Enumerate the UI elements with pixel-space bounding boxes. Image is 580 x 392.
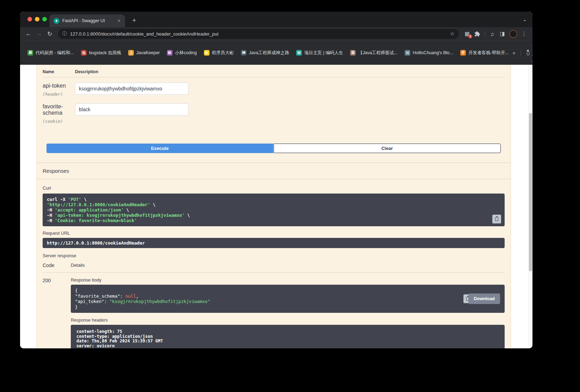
bookmarks-list: 厨代码厨房 - 编程和...虫bugstack 虫洞栈JJavaKeeper林小…: [24, 49, 512, 57]
bookmark-favicon: 面: [350, 50, 356, 56]
all-bookmarks-label: 所有书签: [532, 41, 532, 65]
clipboard-icon: [495, 217, 498, 221]
toolbar-separator: [485, 31, 485, 37]
scrollbar-thumb[interactable]: [529, 113, 532, 271]
bookmark-item[interactable]: 厨代码厨房 - 编程和...: [24, 49, 77, 57]
browser-menu-icon[interactable]: ⋮: [519, 29, 529, 39]
bookmark-item[interactable]: 开开发者客栈-帮助开...: [457, 49, 512, 57]
bookmark-favicon: 开: [460, 50, 466, 56]
code-token: null: [125, 293, 136, 299]
tab-close-icon[interactable]: ×: [117, 18, 121, 24]
code-token: curl -X: [47, 197, 68, 202]
response-headers-label: Response headers: [71, 318, 505, 323]
code-line: "favorite_schema": null,: [75, 293, 500, 299]
bookmark-favicon: W: [296, 50, 302, 56]
bookmarks-right: » │ 所有书签: [513, 41, 532, 65]
execute-row: Execute Clear: [46, 144, 501, 153]
request-url-value: http://127.0.0.1:8000/cookieAndHeader: [43, 238, 505, 248]
code-token: \: [124, 207, 129, 213]
code-line: {: [75, 288, 500, 293]
bookmark-star-icon[interactable]: ☆: [450, 31, 455, 37]
new-tab-button[interactable]: +: [129, 16, 139, 25]
curl-code-lines: curl -X 'PUT' \ 'http://127.0.0.1:8000/c…: [47, 197, 500, 223]
response-header-line: content-length: 75: [76, 329, 499, 334]
back-icon[interactable]: ←: [24, 29, 33, 39]
site-info-icon[interactable]: ⓘ: [62, 31, 67, 37]
responses-body: Curl curl -X 'PUT' \ 'http://127.0.0.1:8…: [37, 179, 511, 348]
bookmark-label: 项目主页 | 编码人生: [304, 50, 343, 56]
parameter-row: api-token(header): [37, 77, 511, 98]
parameter-location: (cookie): [43, 119, 75, 124]
response-body-label: Response body: [71, 278, 505, 283]
response-header-line: server: uvicorn: [76, 344, 499, 349]
bookmark-label: Java工程师成神之路: [249, 50, 289, 56]
response-body-block: { "favorite_schema": null, "api_token": …: [71, 285, 505, 313]
tab-search-chevron-icon[interactable]: ⌄: [520, 15, 529, 24]
url-text[interactable]: 127.0.0.1:8000/docs#/default/cookie_and_…: [70, 31, 447, 37]
bookmark-label: 代码厨房 - 编程和...: [36, 50, 74, 56]
bookmark-item[interactable]: 神Java工程师成神之路: [238, 49, 292, 57]
bookmarks-bar: 厨代码厨房 - 编程和...虫bugstack 虫洞栈JJavaKeeper林小…: [20, 40, 532, 65]
page-scrollbar[interactable]: [528, 65, 532, 348]
status-code: 200: [43, 278, 71, 348]
parameter-value-input[interactable]: [75, 83, 188, 95]
parameter-name: favorite-schema: [43, 103, 75, 116]
bookmark-item[interactable]: 面【Java工程师面试...: [347, 49, 401, 57]
bookmark-item[interactable]: JJavaKeeper: [125, 49, 163, 57]
fastapi-favicon-icon: [54, 18, 60, 24]
parameter-row: favorite-schema(cookie): [37, 98, 511, 125]
close-window-button[interactable]: [27, 17, 32, 21]
code-line: -H 'Cookie: favorite-schema=black': [47, 218, 500, 223]
bookmarks-divider: │: [519, 50, 523, 56]
reload-icon[interactable]: ↻: [45, 29, 55, 39]
bookmark-favicon: J: [128, 50, 134, 56]
profile-avatar[interactable]: [509, 30, 517, 38]
extension-badge: 1: [468, 34, 472, 38]
bookmark-item[interactable]: HHollisChuang's Blo...: [401, 49, 456, 57]
download-button[interactable]: Download: [468, 293, 500, 304]
tab-title: FastAPI - Swagger UI: [62, 18, 114, 23]
clear-button[interactable]: Clear: [274, 144, 501, 153]
bookmark-item[interactable]: 彬程序员大彬: [201, 49, 237, 57]
parameter-value: [75, 83, 505, 97]
code-token: \: [81, 197, 87, 202]
side-panel-icon[interactable]: ◨: [498, 29, 507, 39]
tab-strip: FastAPI - Swagger UI × + ⌄: [20, 12, 532, 27]
parameter-meta: api-token(header): [43, 83, 75, 97]
copy-curl-button[interactable]: [492, 215, 501, 223]
bookmark-favicon: 神: [241, 50, 247, 56]
parameter-value: [75, 103, 505, 124]
bookmark-item[interactable]: 林小林coding: [164, 49, 200, 57]
code-token: 'http://127.0.0.1:8000/cookieAndHeader': [47, 202, 150, 207]
response-headers-block: content-length: 75content-type: applicat…: [71, 325, 505, 348]
code-token: 'accept: application/json': [55, 207, 124, 213]
curl-code-block: curl -X 'PUT' \ 'http://127.0.0.1:8000/c…: [43, 194, 505, 226]
code-token: "ksogjrnrukopjthywbdhofitjpzkjviwamxo": [110, 299, 210, 304]
browser-toolbar: ← → ↻ ⓘ 127.0.0.1:8000/docs#/default/coo…: [20, 27, 532, 40]
bookmark-favicon: 虫: [81, 50, 87, 56]
request-url-label: Request URL: [43, 230, 505, 236]
bookmark-item[interactable]: W项目主页 | 编码人生: [293, 49, 346, 57]
all-bookmarks-button[interactable]: 所有书签: [527, 41, 532, 65]
bookmark-item[interactable]: 虫bugstack 虫洞栈: [78, 49, 124, 57]
details-column-header: Details: [71, 263, 505, 268]
parameter-value-input[interactable]: [75, 103, 188, 115]
browser-tab[interactable]: FastAPI - Swagger UI ×: [49, 14, 125, 27]
forward-icon[interactable]: →: [34, 29, 44, 39]
bookmarks-overflow-icon[interactable]: »: [513, 50, 516, 56]
bookmark-favicon: H: [405, 50, 410, 56]
minimize-window-button[interactable]: [35, 17, 39, 21]
extension-app-icon[interactable]: ▦ 1: [462, 29, 472, 39]
code-line: "api_token": "ksogjrnrukopjthywbdhofitjp…: [75, 299, 500, 304]
parameters-rows: api-token(header)favorite-schema(cookie): [37, 77, 511, 125]
responses-section-header: Responses: [37, 163, 511, 179]
server-response-table-header: Code Details: [43, 263, 505, 273]
parameters-table-header: Name Description: [43, 65, 505, 77]
execute-button[interactable]: Execute: [46, 144, 273, 153]
bookmark-favicon: 林: [167, 50, 173, 56]
name-column-header: Name: [43, 69, 75, 74]
media-control-icon[interactable]: ♫: [487, 29, 497, 39]
address-bar[interactable]: ⓘ 127.0.0.1:8000/docs#/default/cookie_an…: [58, 29, 459, 39]
zoom-window-button[interactable]: [42, 17, 47, 21]
extensions-puzzle-icon[interactable]: [473, 29, 482, 39]
